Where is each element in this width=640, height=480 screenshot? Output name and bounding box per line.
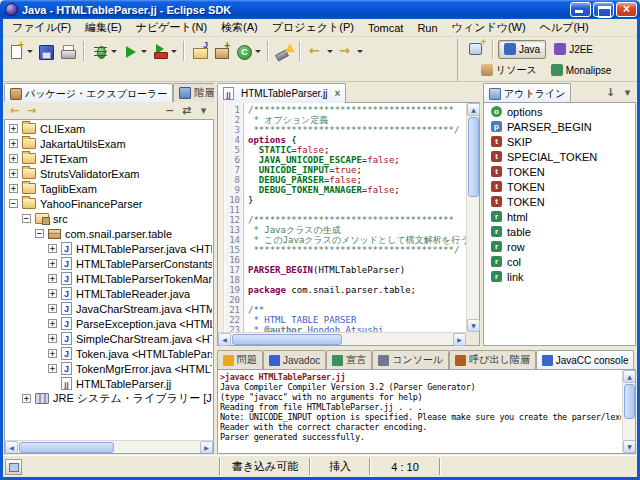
menu-item-5[interactable]: プロジェクト(P)	[265, 19, 361, 36]
scrollbar-thumb[interactable]	[19, 442, 114, 453]
tree-item[interactable]: +StrutsValidatorExam	[6, 166, 212, 181]
view-tab-package-explorer[interactable]: パッケージ・エクスプローラー	[4, 83, 173, 102]
new-wizard-button[interactable]	[5, 42, 35, 61]
expand-icon[interactable]: +	[48, 244, 57, 253]
back-button[interactable]	[305, 42, 335, 61]
scroll-right-icon[interactable]: ▶	[453, 333, 466, 346]
new-class-button[interactable]	[233, 42, 263, 61]
menu-item-2[interactable]: 編集(E)	[78, 19, 129, 36]
print-button[interactable]	[57, 42, 79, 61]
expand-icon[interactable]: +	[48, 289, 57, 298]
fast-view-button[interactable]	[5, 459, 22, 475]
tree-item[interactable]: −src	[6, 211, 212, 226]
menu-item-1[interactable]: ファイル(F)	[5, 19, 78, 36]
tree-item[interactable]: −YahooFinanceParser	[6, 196, 212, 211]
scroll-down-icon[interactable]: ▼	[623, 440, 636, 453]
outline-item[interactable]: tSPECIAL_TOKEN	[485, 149, 634, 164]
dropdown-caret-icon[interactable]	[327, 50, 333, 53]
dropdown-caret-icon[interactable]	[171, 50, 177, 53]
expand-icon[interactable]: +	[48, 334, 57, 343]
expand-icon[interactable]: +	[9, 124, 18, 133]
package-explorer-hscrollbar[interactable]: ◀ ▶	[5, 440, 213, 453]
outline-item[interactable]: rhtml	[485, 209, 634, 224]
menu-item-7[interactable]: Run	[410, 21, 444, 35]
back-button[interactable]: ←	[6, 103, 23, 118]
console-tab-javadoc[interactable]: Javadoc	[263, 350, 326, 369]
console-tab-call-hierarchy[interactable]: 呼び出し階層	[449, 350, 535, 369]
scrollbar-thumb[interactable]	[468, 117, 479, 197]
run-button[interactable]	[119, 42, 149, 61]
tree-item[interactable]: +SimpleCharStream.java <HTMLTableParser.…	[6, 331, 212, 346]
expand-icon[interactable]: +	[9, 184, 18, 193]
expand-icon[interactable]: +	[48, 364, 57, 373]
scroll-left-icon[interactable]: ◀	[218, 333, 231, 346]
close-tab-icon[interactable]: ×	[335, 89, 341, 99]
dropdown-caret-icon[interactable]	[111, 50, 117, 53]
link-with-editor-button[interactable]: ⇄	[178, 103, 195, 118]
restore-button[interactable]	[593, 2, 614, 17]
forward-button[interactable]: →	[23, 103, 40, 118]
scroll-right-icon[interactable]: ▶	[200, 441, 213, 454]
menu-item-6[interactable]: Tomcat	[361, 21, 410, 35]
editor-hscrollbar[interactable]: ◀ ▶	[218, 332, 466, 345]
console-output[interactable]: >javacc HTMLTableParser.jjJava Compiler …	[220, 372, 621, 451]
view-menu-button[interactable]: ▾	[619, 86, 636, 101]
editor-tab-htmltableparser[interactable]: HTMLTableParser.jj ×	[217, 83, 346, 103]
outline-item[interactable]: rrow	[485, 239, 634, 254]
console-tab-problems[interactable]: 問題	[217, 350, 263, 369]
console-tab-console[interactable]: コンソール	[372, 350, 449, 369]
tree-item[interactable]: +HTMLTableParserTokenManager.java <HTMLT…	[6, 271, 212, 286]
perspective-j2ee-button[interactable]: J2EE	[548, 40, 599, 59]
menu-item-9[interactable]: ヘルプ(H)	[533, 19, 596, 36]
expand-icon[interactable]: +	[48, 319, 57, 328]
outline-item[interactable]: pPARSER_BEGIN	[485, 119, 634, 134]
search-button[interactable]	[273, 42, 295, 61]
tree-item[interactable]: +JavaCharStream.java <HTMLTableParser.jj…	[6, 301, 212, 316]
outline-item[interactable]: ooptions	[485, 104, 634, 119]
dropdown-caret-icon[interactable]	[27, 50, 33, 53]
code-area[interactable]: /************************************* *…	[245, 103, 466, 332]
scroll-up-icon[interactable]: ▲	[467, 103, 480, 116]
dropdown-caret-icon[interactable]	[255, 50, 261, 53]
sort-button[interactable]: ↓	[602, 86, 619, 101]
scroll-up-icon[interactable]: ▲	[623, 370, 636, 383]
dropdown-caret-icon[interactable]	[141, 50, 147, 53]
forward-button[interactable]	[335, 42, 365, 61]
outline-item[interactable]: rtable	[485, 224, 634, 239]
tree-item[interactable]: +TaglibExam	[6, 181, 212, 196]
expand-icon[interactable]: +	[9, 139, 18, 148]
tree-item[interactable]: +JakartaUtilsExam	[6, 136, 212, 151]
tree-item[interactable]: +CLIExam	[6, 121, 212, 136]
tree-item[interactable]: +JETExam	[6, 151, 212, 166]
scroll-lock-button[interactable]: ≡	[634, 353, 636, 368]
view-menu-button[interactable]: ▾	[195, 103, 212, 118]
expand-icon[interactable]: +	[48, 349, 57, 358]
new-java-project-button[interactable]	[189, 42, 211, 61]
expand-icon[interactable]: +	[22, 394, 31, 403]
scrollbar-thumb[interactable]	[232, 334, 342, 345]
menu-item-8[interactable]: ウィンドウ(W)	[445, 19, 533, 36]
close-button[interactable]	[616, 2, 637, 17]
collapse-icon[interactable]: −	[9, 199, 18, 208]
outline-item[interactable]: rlink	[485, 269, 634, 284]
tree-item[interactable]: HTMLTableParser.jj	[6, 376, 212, 391]
title-bar[interactable]: Java - HTMLTableParser.jj - Eclipse SDK	[0, 0, 640, 19]
tree-item[interactable]: −com.snail.parser.table	[6, 226, 212, 241]
tree-item[interactable]: +HTMLTableReader.java	[6, 286, 212, 301]
expand-icon[interactable]: +	[48, 274, 57, 283]
expand-icon[interactable]: +	[48, 259, 57, 268]
scrollbar-thumb[interactable]	[624, 384, 635, 419]
view-tab-outline[interactable]: アウトライン	[483, 83, 571, 102]
debug-button[interactable]	[89, 42, 119, 61]
collapse-all-button[interactable]: −	[161, 103, 178, 118]
scroll-down-icon[interactable]: ▼	[467, 319, 480, 332]
scroll-left-icon[interactable]: ◀	[5, 441, 18, 454]
console-tab-declaration[interactable]: 宣言	[326, 350, 372, 369]
expand-icon[interactable]: +	[9, 169, 18, 178]
outline-item[interactable]: tTOKEN	[485, 179, 634, 194]
save-button[interactable]	[35, 42, 57, 61]
perspective-resource-button[interactable]: リソース	[475, 61, 543, 80]
collapse-icon[interactable]: −	[22, 214, 31, 223]
view-tab-hierarchy[interactable]: 階層	[173, 83, 214, 102]
outline-item[interactable]: tTOKEN	[485, 194, 634, 209]
